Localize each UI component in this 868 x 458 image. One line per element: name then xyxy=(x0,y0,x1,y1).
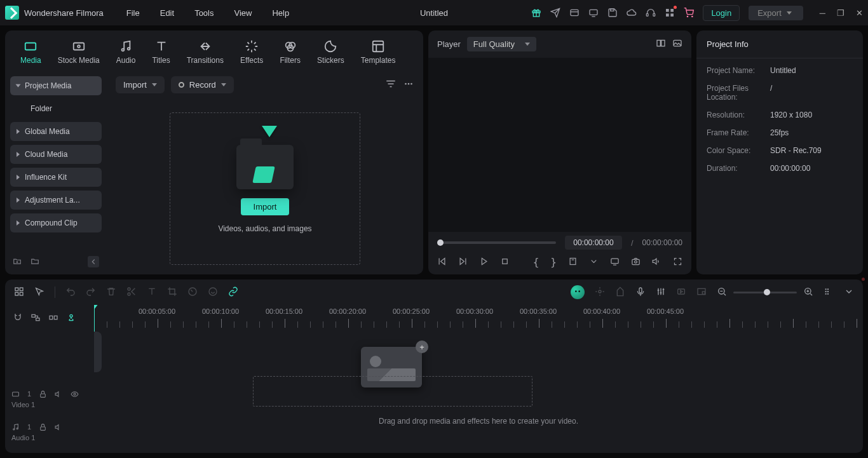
track-options-icon[interactable] xyxy=(824,286,834,299)
undo-icon[interactable] xyxy=(65,286,76,299)
import-button[interactable]: Import xyxy=(241,198,290,215)
cursor-icon[interactable] xyxy=(34,286,44,299)
tab-audio[interactable]: Audio xyxy=(111,37,141,67)
crop-icon[interactable] xyxy=(167,286,177,299)
plus-icon[interactable]: + xyxy=(416,340,428,353)
folder-icon[interactable] xyxy=(31,257,39,267)
link-icon[interactable] xyxy=(228,286,238,299)
tab-media[interactable]: Media xyxy=(15,37,46,67)
chevron-down-icon[interactable] xyxy=(844,286,854,299)
picture-icon[interactable] xyxy=(672,38,682,50)
volume-icon[interactable] xyxy=(652,257,661,268)
save-icon[interactable] xyxy=(607,8,618,18)
device-icon[interactable] xyxy=(588,8,599,18)
video-track-header[interactable]: 1 Video 1 xyxy=(5,382,94,415)
menu-file[interactable]: File xyxy=(123,6,144,20)
cloud-icon[interactable] xyxy=(627,8,637,18)
support-icon[interactable] xyxy=(646,8,656,18)
tree-global-media[interactable]: Global Media xyxy=(10,122,102,141)
timeline-ruler[interactable]: 00:00:05:00 00:00:10:00 00:00:15:00 00:0… xyxy=(94,305,863,332)
ai-assistant-icon[interactable] xyxy=(571,285,585,299)
layout-icon[interactable] xyxy=(14,286,24,299)
sort-icon[interactable] xyxy=(385,78,397,91)
snapshot-icon[interactable] xyxy=(631,257,641,268)
magnet-icon[interactable] xyxy=(13,313,23,325)
mark-out-icon[interactable]: } xyxy=(550,256,557,268)
playhead[interactable] xyxy=(94,305,95,332)
gift-icon[interactable] xyxy=(531,8,541,18)
tree-adjustment-layer[interactable]: Adjustment La... xyxy=(10,191,102,210)
tree-project-media[interactable]: Project Media xyxy=(10,76,102,95)
menu-edit[interactable]: Edit xyxy=(156,6,178,20)
send-icon[interactable] xyxy=(550,8,560,18)
tree-cloud-media[interactable]: Cloud Media xyxy=(10,145,102,164)
tab-titles[interactable]: Titles xyxy=(147,37,175,67)
login-button[interactable]: Login xyxy=(703,5,740,21)
keyframe-icon[interactable] xyxy=(676,286,686,299)
render-icon[interactable] xyxy=(696,286,707,299)
menu-view[interactable]: View xyxy=(230,6,255,20)
display-icon[interactable] xyxy=(610,257,620,268)
chevron-down-icon[interactable] xyxy=(589,257,599,268)
redo-icon[interactable] xyxy=(86,286,96,299)
minimize-button[interactable]: ─ xyxy=(820,8,825,18)
mute-icon[interactable] xyxy=(55,390,63,398)
tab-stickers[interactable]: Stickers xyxy=(312,37,349,67)
marker-icon[interactable] xyxy=(615,286,625,299)
prev-frame-icon[interactable] xyxy=(437,257,447,268)
zoom-out-icon[interactable] xyxy=(717,286,727,299)
tab-transitions[interactable]: Transitions xyxy=(182,37,229,67)
fullscreen-icon[interactable] xyxy=(673,257,682,268)
tab-effects[interactable]: Effects xyxy=(235,37,268,67)
more-icon[interactable] xyxy=(403,78,414,91)
zoom-slider[interactable] xyxy=(733,292,797,293)
tree-compound-clip[interactable]: Compound Clip xyxy=(10,213,102,232)
linked-select-icon[interactable] xyxy=(31,313,41,325)
enhance-icon[interactable] xyxy=(595,286,605,299)
marker-dropdown-icon[interactable] xyxy=(568,257,578,268)
mixer-icon[interactable] xyxy=(656,286,666,299)
import-dropzone[interactable]: Import Videos, audios, and images xyxy=(170,112,360,265)
import-dropdown[interactable]: Import xyxy=(116,76,165,93)
apps-icon[interactable] xyxy=(665,8,675,18)
split-icon[interactable] xyxy=(126,286,137,299)
mark-in-icon[interactable]: { xyxy=(533,256,539,268)
new-folder-icon[interactable] xyxy=(13,257,22,267)
menu-tools[interactable]: Tools xyxy=(191,6,217,20)
tree-influence-kit[interactable]: Influence Kit xyxy=(10,168,102,187)
record-dropdown[interactable]: Record xyxy=(171,76,234,93)
menu-help[interactable]: Help xyxy=(268,6,293,20)
tab-filters[interactable]: Filters xyxy=(275,37,306,67)
tab-templates[interactable]: Templates xyxy=(356,37,401,67)
timeline-drop-target[interactable] xyxy=(253,376,532,407)
export-button[interactable]: Export xyxy=(749,6,803,20)
color-ai-icon[interactable] xyxy=(208,286,218,299)
maximize-button[interactable]: ❐ xyxy=(837,8,844,18)
inbox-icon[interactable] xyxy=(569,8,580,18)
audio-track-header[interactable]: 1 Audio 1 xyxy=(5,415,94,448)
timeline-track-area[interactable]: + Drag and drop media and effects here t… xyxy=(94,332,863,453)
tab-stock[interactable]: Stock Media xyxy=(53,37,105,67)
compare-view-icon[interactable] xyxy=(656,38,666,50)
close-button[interactable]: ✕ xyxy=(856,8,863,18)
tree-folder[interactable]: Folder xyxy=(10,99,102,118)
lock-icon[interactable] xyxy=(39,390,47,398)
quality-dropdown[interactable]: Full Quality xyxy=(467,37,536,51)
collapse-tree-icon[interactable] xyxy=(88,256,99,267)
mute-icon[interactable] xyxy=(55,423,63,431)
text-tool-icon[interactable] xyxy=(147,286,157,299)
auto-ripple-icon[interactable] xyxy=(66,313,76,325)
mic-icon[interactable] xyxy=(635,286,646,299)
lock-icon[interactable] xyxy=(39,423,47,431)
seek-slider[interactable] xyxy=(437,241,556,244)
delete-icon[interactable] xyxy=(106,286,116,299)
step-forward-icon[interactable] xyxy=(458,257,468,268)
cart-icon[interactable] xyxy=(684,8,694,18)
play-icon[interactable] xyxy=(479,257,489,268)
player-canvas[interactable] xyxy=(428,58,691,232)
stop-icon[interactable] xyxy=(500,257,510,268)
timecode-current[interactable]: 00:00:00:00 xyxy=(565,236,622,250)
speed-icon[interactable] xyxy=(187,286,198,299)
ripple-icon[interactable] xyxy=(48,313,58,325)
eye-icon[interactable] xyxy=(71,390,79,398)
